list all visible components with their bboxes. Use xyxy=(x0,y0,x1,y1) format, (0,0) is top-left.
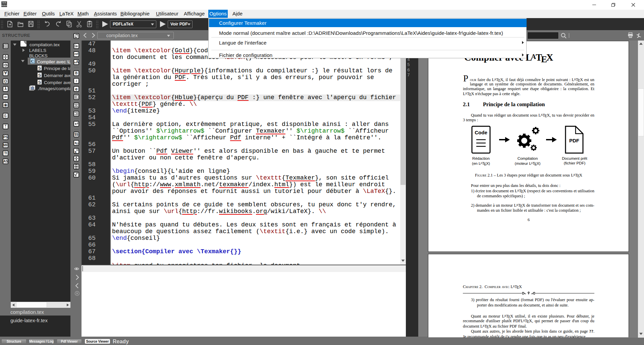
svg-text:Code: Code xyxy=(475,130,487,135)
svg-text:PDF: PDF xyxy=(569,138,579,143)
